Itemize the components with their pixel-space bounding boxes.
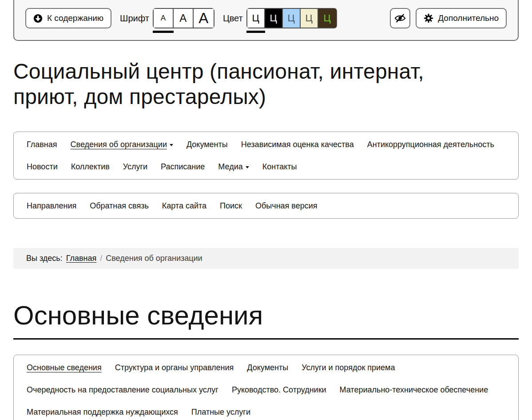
caret-down-icon [246, 166, 249, 168]
breadcrumb-prefix: Вы здесь: [26, 254, 63, 263]
utility-nav: Направления Обратная связь Карта сайта П… [13, 193, 519, 219]
section-item-osnovnye-svedeniya[interactable]: Основные сведения [27, 363, 102, 372]
section-item-struktura[interactable]: Структура и органы управления [115, 363, 234, 372]
color-scheme-blue-button[interactable]: Ц [283, 9, 301, 28]
settings-label: Дополнительно [438, 13, 499, 23]
section-item-rukovodstvo[interactable]: Руководство. Сотрудники [232, 385, 326, 395]
site-title-line2: приют, дом престарелых) [13, 84, 519, 109]
color-scheme-beige-button[interactable]: Ц [301, 9, 318, 28]
nav-item-napravleniya[interactable]: Направления [27, 201, 76, 211]
nav-item-obychnaya-versiya[interactable]: Обычная версия [255, 201, 318, 211]
nav-item-glavnaya[interactable]: Главная [27, 140, 57, 149]
section-nav: Основные сведения Структура и органы упр… [13, 355, 519, 420]
page: К содержанию Шрифт А А А Цвет Ц Ц Ц Ц Ц [13, 0, 519, 420]
site-title-line1: Социальный центр (пансионат, интернат, [13, 59, 519, 84]
nav-item-nezavisimaya-ocenka[interactable]: Независимая оценка качества [241, 140, 354, 149]
color-scheme-brown-button[interactable]: Ц [318, 9, 336, 28]
section-item-materialnaya-podderzhka[interactable]: Материальная поддержка нуждающихся [27, 407, 178, 417]
to-content-button[interactable]: К содержанию [25, 8, 111, 28]
nav-item-novosti[interactable]: Новости [27, 162, 58, 172]
heading-divider [13, 338, 519, 340]
gear-icon [424, 13, 433, 23]
breadcrumb-separator: / [100, 254, 102, 263]
font-size-large-button[interactable]: А [194, 9, 214, 28]
main-nav: Главная Сведения об организации Документ… [13, 132, 519, 180]
nav-item-svedeniya-ob-organizacii[interactable]: Сведения об организации [71, 140, 173, 149]
settings-button[interactable]: Дополнительно [416, 8, 507, 28]
section-item-materialno-tehnicheskoe[interactable]: Материально-техническое обеспечение [340, 385, 488, 395]
breadcrumb: Вы здесь: Главная / Сведения об организа… [13, 248, 519, 269]
font-label: Шрифт [120, 13, 149, 24]
section-item-dokumenty[interactable]: Документы [247, 363, 288, 372]
breadcrumb-home-link[interactable]: Главная [66, 254, 97, 263]
arrow-circle-down-icon [33, 14, 43, 23]
nav-item-karta-sayta[interactable]: Карта сайта [162, 201, 206, 211]
font-size-group: А А А [153, 8, 214, 28]
nav-item-kontakty[interactable]: Контакты [262, 162, 297, 172]
nav-item-poisk[interactable]: Поиск [220, 201, 242, 211]
nav-item-uslugi[interactable]: Услуги [123, 162, 147, 172]
accessibility-toolbar: К содержанию Шрифт А А А Цвет Ц Ц Ц Ц Ц [13, 0, 519, 41]
nav-item-dokumenty[interactable]: Документы [187, 140, 228, 149]
font-size-small-button[interactable]: А [154, 9, 174, 28]
section-item-uslugi-poryadok[interactable]: Услуги и порядок приема [302, 363, 395, 372]
color-label: Цвет [223, 13, 243, 24]
nav-item-media[interactable]: Медиа [218, 162, 249, 172]
breadcrumb-current: Сведения об организации [106, 254, 202, 263]
toolbar-right-group: Дополнительно [390, 8, 507, 28]
page-title: Основные сведения [13, 300, 519, 331]
color-scheme-black-button[interactable]: Ц [265, 9, 283, 28]
nav-item-antikorrupcionnaya[interactable]: Антикоррупционная деятельность [367, 140, 494, 149]
nav-item-obratnaya-svyaz[interactable]: Обратная связь [90, 201, 149, 211]
section-item-ocherednost[interactable]: Очередность на предоставление социальных… [27, 385, 218, 395]
color-scheme-group: Ц Ц Ц Ц Ц [246, 8, 337, 28]
section-item-platnye-uslugi[interactable]: Платные услуги [191, 407, 250, 417]
site-title: Социальный центр (пансионат, интернат, п… [13, 59, 519, 109]
eye-slash-icon [394, 13, 406, 24]
color-scheme-white-button[interactable]: Ц [247, 9, 265, 28]
nav-item-kollektiv[interactable]: Коллектив [71, 162, 110, 172]
images-toggle-button[interactable] [390, 8, 410, 28]
to-content-label: К содержанию [47, 13, 103, 23]
font-size-medium-button[interactable]: А [174, 9, 194, 28]
nav-item-raspisanie[interactable]: Расписание [161, 162, 205, 172]
caret-down-icon [170, 144, 173, 146]
